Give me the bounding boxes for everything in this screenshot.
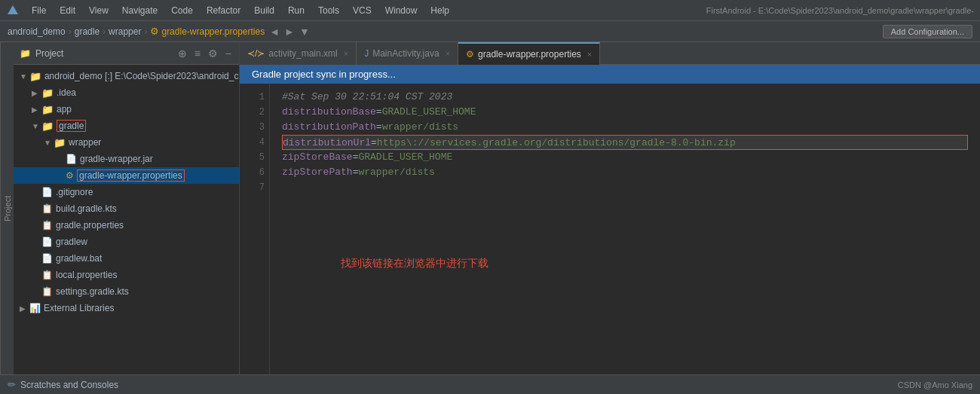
- menu-edit[interactable]: Edit: [54, 4, 81, 17]
- tab-gradle-props-label: gradle-wrapper.properties: [478, 49, 581, 60]
- breadcrumb-sep-2: ›: [103, 26, 106, 37]
- file-tree-title: Project: [35, 48, 63, 59]
- tree-close-icon[interactable]: −: [224, 46, 233, 61]
- menu-tools[interactable]: Tools: [312, 4, 345, 17]
- gradle-label: gradle: [57, 120, 86, 132]
- breadcrumb-gradle[interactable]: gradle: [75, 26, 100, 37]
- val-distpath: wrapper/dists: [382, 121, 458, 133]
- gradle-sync-banner: Gradle project sync in progress...: [240, 65, 980, 84]
- menu-run[interactable]: Run: [282, 4, 311, 17]
- line-num-4: 4: [240, 135, 265, 150]
- menu-vcs[interactable]: VCS: [347, 4, 378, 17]
- nav-down-icon[interactable]: ▼: [298, 26, 311, 38]
- gradle-props-icon: 📋: [41, 220, 53, 231]
- tab-gradle-props-close[interactable]: ×: [587, 50, 592, 59]
- breadcrumb-current-file[interactable]: gradle-wrapper.properties: [161, 26, 265, 37]
- menu-help[interactable]: Help: [424, 4, 455, 17]
- wrapper-folder-icon: 📁: [54, 137, 66, 148]
- val-disturl: https\://services.gradle.org/distributio…: [377, 137, 736, 148]
- breadcrumb-bar: android_demo › gradle › wrapper › ⚙ grad…: [0, 21, 980, 42]
- nav-back-icon[interactable]: ◄: [268, 26, 281, 38]
- tree-gradle-props[interactable]: 📋 gradle.properties: [14, 217, 239, 234]
- tree-collapse-icon[interactable]: ≡: [193, 46, 202, 61]
- app-label: app: [57, 104, 72, 115]
- tab-mainactivity[interactable]: J MainActivity.java ×: [357, 42, 458, 65]
- menu-build[interactable]: Build: [248, 4, 280, 17]
- external-libs-icon: 📊: [29, 303, 41, 313]
- wrapper-arrow-icon: ▼: [44, 139, 51, 147]
- file-tree-content: ▼ 📁 android_demo [:] E:\Code\Spider2023\…: [14, 65, 239, 374]
- code-line-7: [282, 180, 968, 195]
- breadcrumb-android-demo[interactable]: android_demo: [8, 26, 66, 37]
- tab-gradle-props[interactable]: ⚙ gradle-wrapper.properties ×: [458, 42, 600, 65]
- menu-navigate[interactable]: Navigate: [116, 4, 164, 17]
- tree-wrapper-properties[interactable]: ⚙ gradle-wrapper.properties: [14, 167, 239, 184]
- external-libs-arrow: ▶: [20, 304, 27, 313]
- tree-settings-icon[interactable]: ⚙: [207, 46, 219, 61]
- props-tab-icon: ⚙: [466, 49, 474, 60]
- tree-wrapper-jar[interactable]: 📄 gradle-wrapper.jar: [14, 151, 239, 167]
- tab-mainactivity-label: MainActivity.java: [372, 48, 439, 59]
- tree-gradlew[interactable]: 📄 gradlew: [14, 234, 239, 250]
- gradlew-icon: 📄: [41, 237, 53, 247]
- nav-arrows: ◄ ► ▼: [268, 26, 311, 38]
- tab-activity-main-close[interactable]: ×: [344, 49, 348, 58]
- tree-gradlew-bat[interactable]: 📄 gradlew.bat: [14, 250, 239, 267]
- gradlew-bat-label: gradlew.bat: [56, 253, 102, 264]
- tree-gitignore[interactable]: 📄 .gitignore: [14, 184, 239, 200]
- code-line-3: distributionPath=wrapper/dists: [282, 120, 968, 135]
- key-distbase: distributionBase: [282, 106, 376, 118]
- menu-refactor[interactable]: Refactor: [201, 4, 247, 17]
- menu-view[interactable]: View: [83, 4, 115, 17]
- key-distpath: distributionPath: [282, 121, 376, 133]
- project-panel-label[interactable]: Project: [0, 42, 14, 374]
- breadcrumb-file-icon: ⚙: [150, 26, 159, 37]
- idea-arrow-icon: ▶: [32, 89, 39, 97]
- menu-window[interactable]: Window: [379, 4, 424, 17]
- tree-gradle[interactable]: ▼ 📁 gradle: [14, 118, 239, 134]
- menu-file[interactable]: File: [26, 4, 52, 17]
- tab-mainactivity-close[interactable]: ×: [446, 49, 450, 58]
- tree-external-libs[interactable]: ▶ 📊 External Libraries: [14, 300, 239, 316]
- code-line-2: distributionBase=GRADLE_USER_HOME: [282, 105, 968, 120]
- code-annotation-line: 找到该链接在浏览器中进行下载: [282, 240, 968, 255]
- val-distbase: GRADLE_USER_HOME: [382, 106, 476, 118]
- tree-local-props[interactable]: 📋 local.properties: [14, 267, 239, 283]
- tree-wrapper[interactable]: ▼ 📁 wrapper: [14, 134, 239, 151]
- editor-tabs: ≺/≻ activity_main.xml × J MainActivity.j…: [240, 42, 980, 65]
- tree-settings-gradle[interactable]: 📋 settings.gradle.kts: [14, 283, 239, 300]
- nav-forward-icon[interactable]: ►: [283, 26, 296, 38]
- props-file-icon: ⚙: [66, 170, 74, 181]
- bottom-bar: ✏ Scratches and Consoles CSDN @Amo Xiang: [0, 374, 980, 394]
- tab-activity-main-label: activity_main.xml: [268, 48, 337, 59]
- line-num-1: 1: [240, 90, 265, 105]
- chinese-annotation-text: 找到该链接在浏览器中进行下载: [341, 257, 488, 269]
- build-gradle-icon: 📋: [41, 203, 53, 214]
- build-gradle-label: build.gradle.kts: [56, 203, 117, 214]
- tree-build-gradle[interactable]: 📋 build.gradle.kts: [14, 200, 239, 217]
- local-props-icon: 📋: [41, 270, 53, 280]
- gradlew-bat-icon: 📄: [41, 253, 53, 264]
- gitignore-label: .gitignore: [56, 187, 93, 197]
- tree-root[interactable]: ▼ 📁 android_demo [:] E:\Code\Spider2023\…: [14, 68, 239, 84]
- gradle-arrow-icon: ▼: [32, 122, 39, 130]
- code-editor[interactable]: 1 2 3 4 5 6 7 #Sat Sep 30 22:51:04 CST 2…: [240, 84, 980, 374]
- line-num-5: 5: [240, 150, 265, 165]
- settings-gradle-label: settings.gradle.kts: [56, 286, 129, 297]
- java-tab-icon: J: [364, 48, 369, 59]
- breadcrumb-wrapper[interactable]: wrapper: [109, 26, 141, 37]
- key-disturl: distributionUrl: [283, 137, 371, 148]
- tree-scope-icon[interactable]: ⊕: [176, 46, 188, 61]
- tree-idea[interactable]: ▶ 📁 .idea: [14, 84, 239, 101]
- line-num-2: 2: [240, 105, 265, 120]
- scratches-and-consoles[interactable]: ✏ Scratches and Consoles: [8, 379, 118, 390]
- tree-app[interactable]: ▶ 📁 app: [14, 101, 239, 118]
- add-configuration-button[interactable]: Add Configuration...: [883, 25, 972, 38]
- menu-code[interactable]: Code: [165, 4, 199, 17]
- scratches-icon: ✏: [8, 379, 16, 390]
- jar-label: gradle-wrapper.jar: [80, 154, 153, 164]
- code-content[interactable]: #Sat Sep 30 22:51:04 CST 2023 distributi…: [270, 84, 980, 374]
- jar-file-icon: 📄: [66, 154, 77, 164]
- line-num-3: 3: [240, 120, 265, 135]
- tab-activity-main[interactable]: ≺/≻ activity_main.xml ×: [240, 42, 357, 65]
